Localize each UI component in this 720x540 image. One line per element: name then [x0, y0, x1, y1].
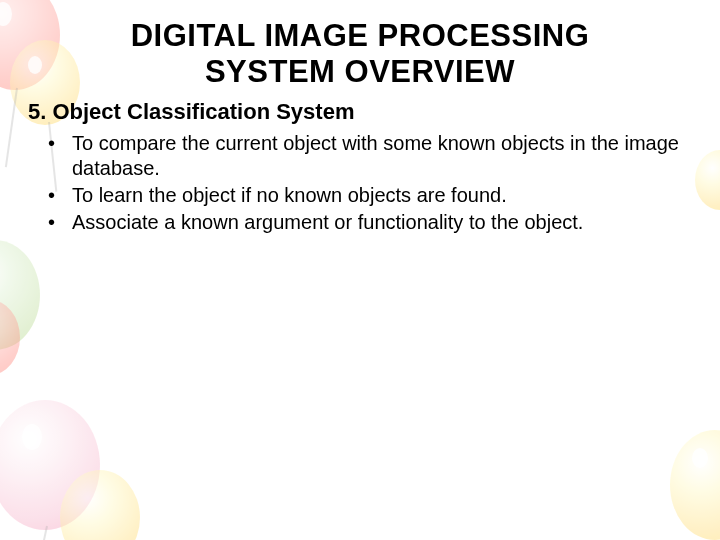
bullet-item: To compare the current object with some …: [68, 131, 692, 181]
slide-content: DIGITAL IMAGE PROCESSING SYSTEM OVERVIEW…: [0, 0, 720, 235]
slide-title: DIGITAL IMAGE PROCESSING SYSTEM OVERVIEW: [28, 18, 692, 89]
bullet-list: To compare the current object with some …: [28, 131, 692, 235]
bullet-item: To learn the object if no known objects …: [68, 183, 692, 208]
section-heading: 5. Object Classification System: [28, 99, 692, 125]
title-line-1: DIGITAL IMAGE PROCESSING: [131, 18, 590, 53]
bullet-item: Associate a known argument or functional…: [68, 210, 692, 235]
title-line-2: SYSTEM OVERVIEW: [205, 54, 515, 89]
